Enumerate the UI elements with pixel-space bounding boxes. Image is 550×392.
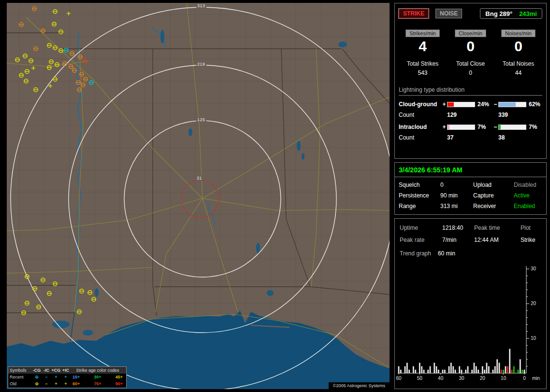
plot-value: Strike [521,237,542,243]
trend-bar-strikes [496,359,498,373]
trend-bar-strikes [486,363,488,373]
total-close-label: Total Close [447,60,494,67]
trend-bar-strikes [494,366,496,373]
peak-rate-label: Peak rate [400,237,442,243]
trend-bar-strikes [398,366,400,373]
trend-bar-strikes [413,366,414,373]
noise-toggle-button[interactable]: NOISE [435,9,462,18]
capture-status: Active [514,192,542,199]
legend-col-neg-cg: -CG [32,368,42,373]
trend-bar-strikes [436,366,437,373]
receiver-label: Receiver [473,203,514,210]
trend-bars [398,349,525,373]
trend-bar-strikes [450,363,452,373]
squelch-label: Squelch [399,182,440,188]
map-canvas[interactable] [7,3,390,389]
receiver-status: Enabled [514,203,542,210]
trend-bar-strikes [419,363,420,373]
trend-bar-strikes [427,370,429,373]
range-ring-label: 125 [196,117,206,122]
close-per-min-label: Close/min [455,29,486,37]
age-15-label: 15+ [72,375,80,379]
trend-bar-close_strikes [507,366,508,373]
legend-header-row: Symbols -CG -IC +CG +IC Strike age color… [8,367,126,374]
y-tick-label: 20 [531,301,536,306]
pos-ic-recent-icon: + [61,375,71,379]
ic-positive-pct: 7% [475,124,492,130]
legend-symbols-header: Symbols [10,368,32,373]
trend-bar-strikes [476,366,477,373]
bearing-indicator: Bng 289° 243mi [480,8,542,19]
cloud-ground-row: Cloud-ground + 24% − 62% [399,101,542,108]
trend-bar-strikes [415,370,416,373]
age-90-label: 90+ [116,381,123,386]
bearing-distance: 243mi [519,10,537,17]
plus-sign: + [441,101,447,108]
trend-bar-strikes [423,370,425,373]
uptime-value: 1218:40 [442,224,474,231]
strikes-per-min-value: 4 [399,39,447,54]
pos-ic-old-icon: + [61,381,71,386]
trend-bar-strikes [520,359,521,373]
total-strikes-label: Total Strikes [399,60,447,67]
trend-bar-strikes [421,366,422,373]
session-panel: Uptime 1218:40 Peak time Plot Peak rate … [394,218,547,389]
app-window: 313 219 125 31 Symbols -CG -IC +CG +IC S… [0,0,550,392]
trend-bar-strikes [471,370,473,373]
trend-bar-strikes [461,370,463,373]
ic-positive-bar [447,125,475,130]
age-60-label: 60+ [72,381,80,386]
x-tick-label: 40 [438,376,444,381]
legend-recent-row: Recent ⊖ − + + 15+ 30+ 45+ [8,374,126,380]
x-tick-label: 60 [396,376,402,381]
range-label: Range [399,203,440,210]
range-value: 313 mi [440,203,473,210]
neg-ic-recent-icon: − [42,375,51,379]
cloud-ground-count-row: Count 129 339 [399,112,542,118]
cg-positive-count: 129 [447,112,475,118]
noises-per-min-column: Noises/min 0 Total Noises 44 [494,29,542,76]
neg-cg-old-icon: ⊖ [32,381,42,386]
trend-bar-strikes [509,349,510,373]
pos-cg-old-icon: + [51,381,61,386]
plus-sign: + [441,124,447,130]
intracloud-label: Intracloud [399,124,441,130]
minus-sign: − [492,101,498,108]
trend-bar-strikes [459,366,460,373]
status-panel: 3/4/2026 6:55:19 AM Squelch 0 Upload Dis… [394,162,547,215]
cg-count-label: Count [399,112,441,118]
pos-cg-recent-icon: + [51,375,61,379]
upload-status: Disabled [514,182,542,188]
trend-bar-strikes [484,370,485,373]
map-view[interactable]: 313 219 125 31 Symbols -CG -IC +CG +IC S… [7,3,390,389]
trend-bar-noises [513,366,515,373]
trend-bar-strikes [478,370,479,373]
trend-bar-strikes [434,363,435,373]
ic-count-label: Count [399,134,441,141]
trend-bar-strikes [505,366,507,373]
trend-bar-strikes [474,363,475,373]
legend-col-pos-ic: +IC [61,368,71,373]
trend-bar-strikes [430,366,431,373]
total-noises-value: 44 [494,70,542,76]
trend-bar-strikes [442,370,444,373]
trend-bar-strikes [465,370,466,373]
trend-bar-strikes [449,366,450,373]
stats-panel: STRIKE NOISE Bng 289° 243mi Strikes/min … [394,3,547,159]
noises-per-min-value: 0 [494,39,542,54]
intracloud-count-row: Count 37 38 [399,134,542,141]
cloud-ground-label: Cloud-ground [399,101,441,108]
trend-bar-strikes [492,370,494,373]
range-ring-label: 313 [196,3,206,8]
trend-bar-strikes [452,366,454,373]
trend-axes [398,266,526,373]
trend-bar-strikes [408,370,410,373]
legend-old-label: Old [10,381,32,386]
trend-bar-close_strikes [511,370,513,373]
range-ring-label: 219 [196,62,206,67]
trend-bar-strikes [482,366,483,373]
strike-toggle-button[interactable]: STRIKE [399,9,429,18]
datetime-display: 3/4/2026 6:55:19 AM [395,163,546,177]
ic-positive-bar-fill [448,125,449,129]
bearing-label: Bng 289° [485,10,512,17]
